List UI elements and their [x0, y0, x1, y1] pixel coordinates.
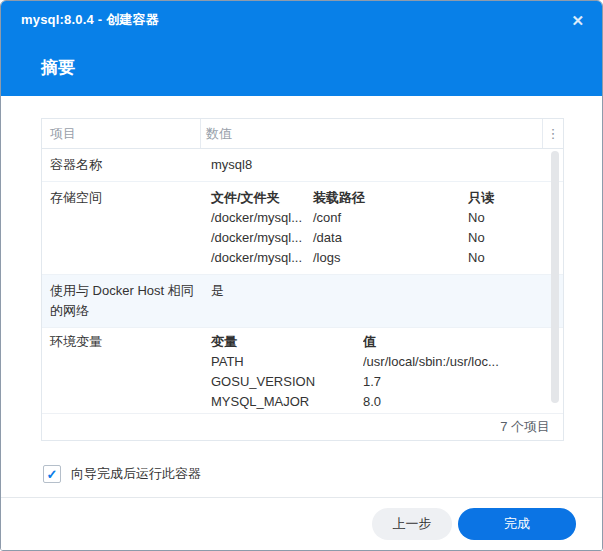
row-value-text: 是 [211, 281, 563, 301]
kebab-icon: ⋮ [547, 126, 560, 141]
sub-cell: GOSU_VERSION [211, 372, 363, 392]
row-value: 文件/文件夹装载路径只读/docker/mysql.../confNo/dock… [206, 182, 563, 274]
run-after-wizard-label: 向导完成后运行此容器 [71, 465, 201, 483]
item-count: 7 个项目 [42, 413, 563, 440]
column-header-value: 数值 [201, 119, 542, 148]
sub-cell: No [468, 208, 563, 228]
sub-cell: MYSQL_VERSION [211, 412, 363, 413]
dialog-body: 项目 数值 ⋮ 容器名称mysql8存储空间文件/文件夹装载路径只读/docke… [1, 96, 602, 550]
sub-cell: /logs [313, 248, 468, 268]
table-row: 存储空间文件/文件夹装载路径只读/docker/mysql.../confNo/… [42, 182, 563, 275]
sub-table-row: GOSU_VERSION1.7 [211, 372, 563, 392]
sub-cell: /docker/mysql... [211, 208, 313, 228]
sub-column-header: 文件/文件夹 [211, 188, 313, 208]
sub-cell: PATH [211, 352, 363, 372]
sub-table-row: MYSQL_MAJOR8.0 [211, 392, 563, 412]
sub-cell: /docker/mysql... [211, 228, 313, 248]
check-icon: ✓ [47, 467, 58, 482]
column-header-item: 项目 [42, 119, 201, 148]
run-after-wizard-row: ✓ 向导完成后运行此容器 [43, 465, 602, 483]
row-value: 是 [206, 275, 563, 327]
sub-table-row: MYSQL_VERSION8.0.4-rc-1debian9 [211, 412, 563, 413]
row-label: 使用与 Docker Host 相同的网络 [42, 275, 206, 327]
run-after-wizard-checkbox[interactable]: ✓ [43, 465, 61, 483]
sub-table-row: /docker/mysql.../dataNo [211, 228, 563, 248]
sub-cell: No [468, 228, 563, 248]
sub-cell: No [468, 248, 563, 268]
row-value: 变量值PATH/usr/local/sbin:/usr/loc...GOSU_V… [206, 328, 563, 413]
close-icon[interactable]: ✕ [571, 13, 584, 28]
titlebar: mysql:8.0.4 - 创建容器 ✕ [1, 1, 602, 39]
sub-cell: 8.0 [363, 392, 563, 412]
summary-table: 项目 数值 ⋮ 容器名称mysql8存储空间文件/文件夹装载路径只读/docke… [41, 118, 564, 441]
sub-cell: MYSQL_MAJOR [211, 392, 363, 412]
sub-table-header: 文件/文件夹装载路径只读 [211, 188, 563, 208]
sub-column-header: 值 [363, 332, 563, 352]
sub-table-header: 变量值 [211, 332, 563, 352]
sub-table-row: /docker/mysql.../logsNo [211, 248, 563, 268]
table-body: 容器名称mysql8存储空间文件/文件夹装载路径只读/docker/mysql.… [42, 149, 563, 413]
row-value: mysql8 [206, 149, 563, 181]
sub-column-header: 变量 [211, 332, 363, 352]
sub-column-header: 装载路径 [313, 188, 468, 208]
sub-cell: /docker/mysql... [211, 248, 313, 268]
back-button[interactable]: 上一步 [372, 508, 452, 540]
sub-table-row: /docker/mysql.../confNo [211, 208, 563, 228]
create-container-dialog: mysql:8.0.4 - 创建容器 ✕ 摘要 项目 数值 ⋮ 容器名称mysq… [0, 0, 603, 551]
table-row: 使用与 Docker Host 相同的网络是 [42, 275, 563, 328]
row-label: 环境变量 [42, 328, 206, 413]
sub-cell: /data [313, 228, 468, 248]
sub-cell: 8.0.4-rc-1debian9 [363, 412, 563, 413]
dialog-header: 摘要 [1, 39, 602, 96]
sub-column-header: 只读 [468, 188, 563, 208]
table-row: 环境变量变量值PATH/usr/local/sbin:/usr/loc...GO… [42, 328, 563, 413]
finish-button[interactable]: 完成 [458, 508, 576, 540]
row-label: 容器名称 [42, 149, 206, 181]
page-title: 摘要 [41, 56, 75, 79]
window-title: mysql:8.0.4 - 创建容器 [21, 11, 571, 29]
sub-cell: /conf [313, 208, 468, 228]
vertical-scrollbar[interactable] [551, 151, 559, 403]
table-row: 容器名称mysql8 [42, 149, 563, 182]
row-value-text: mysql8 [211, 155, 563, 175]
column-options-menu[interactable]: ⋮ [542, 119, 563, 148]
sub-cell: /usr/local/sbin:/usr/loc... [363, 352, 563, 372]
sub-table-row: PATH/usr/local/sbin:/usr/loc... [211, 352, 563, 372]
sub-cell: 1.7 [363, 372, 563, 392]
table-header: 项目 数值 ⋮ [42, 119, 563, 149]
dialog-footer: 上一步 完成 [1, 497, 602, 550]
row-label: 存储空间 [42, 182, 206, 274]
